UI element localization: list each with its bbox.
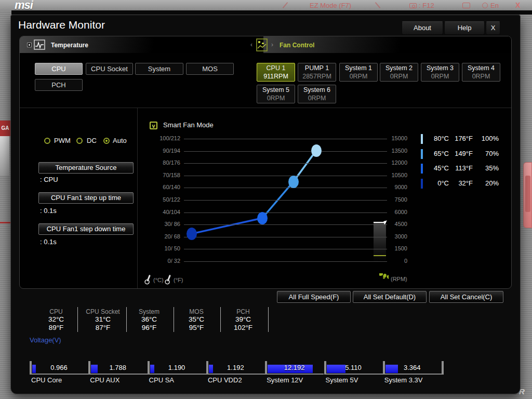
y-left-tick-label: 10/ 50 <box>147 245 180 251</box>
smart-fan-mode-label: Smart Fan Mode <box>163 121 214 129</box>
setting-button-cpu-fan1-step-down-time[interactable]: CPU Fan1 step down time <box>38 223 134 235</box>
slider-min-mark <box>374 255 386 256</box>
legend-temp-f: 176°F <box>451 135 473 142</box>
fan-button-system-5[interactable]: System 50RPM <box>257 85 295 103</box>
legend-temp-f: 113°F <box>451 164 473 172</box>
fan-curve-point-2[interactable] <box>288 176 299 188</box>
language-globe-icon[interactable] <box>482 3 488 8</box>
setting-button-cpu-fan1-step-up-time[interactable]: CPU Fan1 step up time <box>38 192 134 204</box>
bios-close-button[interactable]: X <box>515 1 520 9</box>
voltage-track <box>265 374 324 375</box>
legend-temp-f: 32°F <box>451 179 473 187</box>
smart-fan-mode-checkbox[interactable] <box>150 122 157 129</box>
thermometer-fahrenheit-icon <box>164 273 174 285</box>
background-badge: GA <box>0 121 10 136</box>
temperature-collapse-icon[interactable] <box>27 43 32 47</box>
fan-speed-slider[interactable] <box>374 222 386 262</box>
chart-gridline <box>184 176 387 176</box>
temp-tab-pch[interactable]: PCH <box>35 79 83 91</box>
chart-gridline <box>184 163 387 164</box>
y-left-tick-label: 70/158 <box>147 172 180 178</box>
radio-dc[interactable] <box>76 138 83 144</box>
help-button[interactable]: Help <box>444 21 485 35</box>
legend-temp-f: 149°F <box>451 150 473 157</box>
display-icon[interactable] <box>462 3 470 8</box>
voltage-value-system-5v: 5.110 <box>324 364 383 371</box>
y-right-tick-label: 3000 <box>381 233 407 240</box>
radio-auto[interactable] <box>103 138 110 144</box>
fan-button-system-2[interactable]: System 20RPM <box>380 63 418 82</box>
y-left-tick-label: 100/212 <box>147 135 180 141</box>
screenshot-camera-icon[interactable] <box>409 3 417 8</box>
voltage-value-cpu-sa: 1.190 <box>148 364 206 371</box>
close-dialog-button[interactable]: X <box>486 21 500 35</box>
ez-mode-button[interactable]: EZ Mode (F7) <box>310 2 351 9</box>
fan-rpm-icon <box>379 273 389 283</box>
legend-temp-c: 80°C <box>423 135 449 142</box>
monitor-panel: Temperature ‹ › Fan Control Smart Fan Mo… <box>19 36 512 289</box>
y-left-tick-label: 30/ 86 <box>147 221 180 227</box>
voltage-label-cpu-core: CPU Core <box>31 376 62 384</box>
fan-name: System 4 <box>462 64 500 72</box>
horizontal-divider <box>20 108 512 108</box>
fan-curve-segment <box>192 218 262 234</box>
voltage-track <box>30 374 88 375</box>
dialog-title: Hardware Monitor <box>18 19 105 31</box>
temp-tab-mos[interactable]: MOS <box>186 63 234 75</box>
temp-reading-celsius: 35°C <box>173 315 220 323</box>
radio-label-auto: Auto <box>113 137 127 144</box>
fan-button-system-1[interactable]: System 10RPM <box>339 63 378 82</box>
legend-percent: 70% <box>475 150 499 157</box>
y-left-tick-label: 60/140 <box>147 184 180 190</box>
temp-reading-celsius: 32°C <box>33 315 79 323</box>
y-right-tick-label: 9000 <box>381 184 407 190</box>
temp-tab-cpu-socket[interactable]: CPU Socket <box>86 63 133 75</box>
fan-button-pump-1[interactable]: PUMP 12857RPM <box>298 63 336 82</box>
chevron-left-icon[interactable]: ‹ <box>250 41 252 48</box>
fan-button-system-4[interactable]: System 40RPM <box>462 63 500 82</box>
y-left-tick-label: 50/122 <box>147 196 180 203</box>
voltage-track <box>148 374 206 375</box>
y-left-tick-label: 40/104 <box>147 209 180 215</box>
voltage-label-system-12v: System 12V <box>267 376 303 384</box>
action-button-all-set-cancel-c-[interactable]: All Set Cancel(C) <box>429 291 503 303</box>
fan-rpm: 2857RPM <box>298 72 336 81</box>
y-right-tick-label: 15000 <box>381 135 407 141</box>
fan-button-system-6[interactable]: System 60RPM <box>298 85 336 103</box>
action-button-all-set-default-d-[interactable]: All Set Default(D) <box>353 291 427 303</box>
fan-curve-point-3[interactable] <box>311 144 322 157</box>
chart-gridline <box>184 224 387 225</box>
y-right-tick-label: 12000 <box>381 159 407 166</box>
voltage-label-cpu-aux: CPU AUX <box>90 376 119 384</box>
chart-gridline <box>184 188 387 188</box>
fan-rpm: 911RPM <box>257 72 295 81</box>
fan-curve-point-1[interactable] <box>257 212 268 224</box>
action-button-all-full-speed-f-[interactable]: All Full Speed(F) <box>277 291 351 303</box>
fan-name: System 6 <box>298 86 336 94</box>
temp-reading-celsius: 39°C <box>220 315 267 323</box>
voltage-value-system-12v: 12.192 <box>265 364 324 371</box>
fan-curve-point-0[interactable] <box>187 228 197 240</box>
chart-gridline <box>184 151 387 152</box>
vertical-divider <box>137 108 138 289</box>
voltage-track <box>88 374 147 375</box>
voltage-track <box>383 374 442 375</box>
temp-tab-cpu[interactable]: CPU <box>35 63 83 75</box>
temp-reading-label: MOS <box>173 308 220 315</box>
y-right-tick-label: 7500 <box>381 196 407 203</box>
setting-button-temperature-source[interactable]: Temperature Source <box>38 162 134 174</box>
voltage-label-cpu-sa: CPU SA <box>149 376 174 384</box>
temp-tab-system[interactable]: System <box>135 63 183 75</box>
y-left-tick-label: 80/176 <box>147 159 180 166</box>
about-button[interactable]: About <box>402 21 443 35</box>
bios-top-bar: msi EZ Mode (F7) : F12 En X <box>0 0 532 10</box>
temp-reading-divider <box>174 307 174 332</box>
hardware-monitor-dialog: Hardware Monitor About Help X Temperatur… <box>10 15 521 394</box>
fan-button-system-3[interactable]: System 30RPM <box>421 63 459 82</box>
decor-slash-icon <box>283 2 288 8</box>
fan-button-cpu-1[interactable]: CPU 1911RPM <box>257 63 295 82</box>
chevron-right-icon[interactable]: › <box>271 41 273 48</box>
temp-reading-fahrenheit: 102°F <box>220 324 267 331</box>
radio-pwm[interactable] <box>44 138 50 144</box>
temp-reading-celsius: 31°C <box>79 315 126 323</box>
